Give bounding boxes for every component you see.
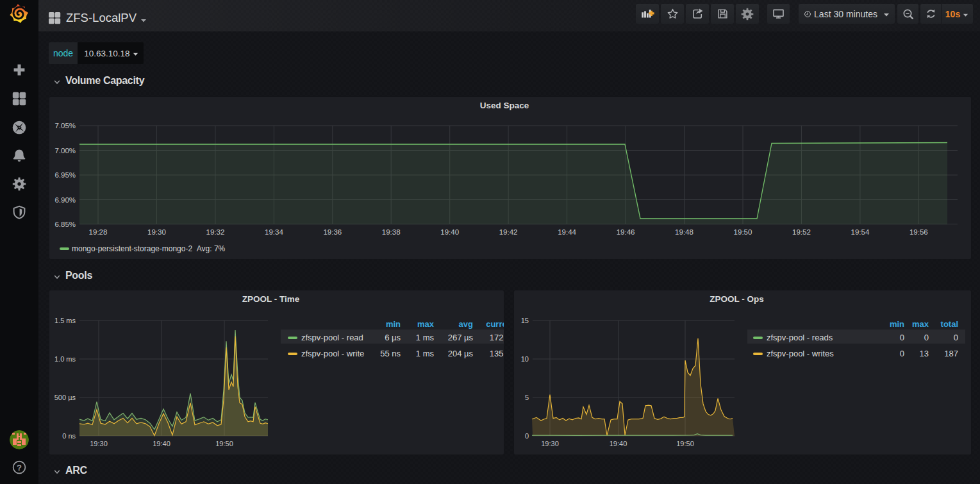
svg-text:1.5 ms: 1.5 ms [54,317,76,324]
svg-text:?: ? [17,463,22,472]
svg-text:19:30: 19:30 [541,440,559,447]
svg-text:19:40: 19:40 [440,228,459,236]
svg-text:19:30: 19:30 [147,228,166,236]
svg-text:5: 5 [525,394,529,401]
svg-text:19:40: 19:40 [610,440,627,447]
svg-text:19:50: 19:50 [676,440,694,447]
svg-text:1.0 ms: 1.0 ms [54,355,76,363]
svg-text:19:48: 19:48 [675,228,693,236]
svg-text:19:42: 19:42 [499,228,518,236]
svg-text:6.90%: 6.90% [54,196,76,204]
svg-text:500 µs: 500 µs [54,394,76,401]
svg-text:6.85%: 6.85% [54,221,76,228]
svg-text:19:46: 19:46 [617,228,635,236]
svg-text:0 ns: 0 ns [62,432,76,440]
svg-text:19:36: 19:36 [323,228,342,236]
svg-text:15: 15 [521,317,529,324]
svg-text:19:54: 19:54 [851,228,870,236]
svg-text:19:44: 19:44 [558,228,576,236]
svg-text:19:34: 19:34 [265,228,283,236]
svg-text:10: 10 [521,355,529,363]
svg-text:19:28: 19:28 [89,228,108,236]
svg-text:19:50: 19:50 [215,440,233,447]
svg-text:19:38: 19:38 [382,228,401,236]
svg-text:19:50: 19:50 [734,228,752,236]
svg-text:6.95%: 6.95% [54,171,76,179]
svg-text:0: 0 [525,432,529,440]
svg-text:7.05%: 7.05% [54,122,76,129]
svg-text:19:52: 19:52 [792,228,811,236]
svg-text:7.00%: 7.00% [54,147,76,154]
svg-text:19:32: 19:32 [206,228,225,236]
svg-text:19:40: 19:40 [153,440,170,447]
svg-text:19:30: 19:30 [90,440,108,447]
svg-text:19:56: 19:56 [909,228,928,236]
